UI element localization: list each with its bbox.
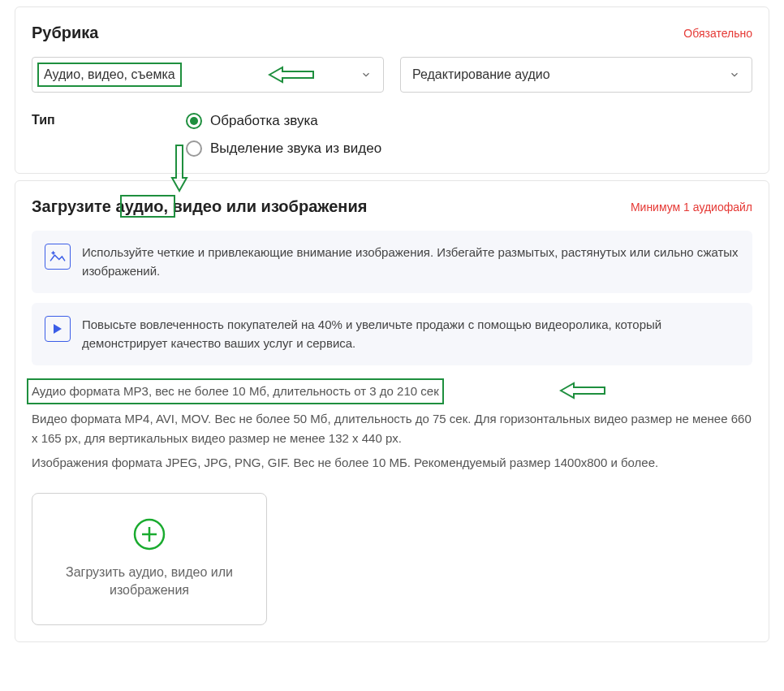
spec-video: Видео формата MP4, AVI, MOV. Вес не боле…	[32, 409, 752, 448]
rubric-header: Рубрика Обязательно	[32, 24, 752, 42]
radio-label: Выделение звука из видео	[210, 140, 381, 157]
subcategory-dropdown[interactable]: Редактирование аудио	[400, 57, 752, 93]
min-files-badge: Минимум 1 аудиофайл	[631, 201, 752, 214]
upload-title: Загрузите аудио, видео или изображения	[32, 197, 367, 216]
arrow-left-icon	[268, 64, 317, 85]
spec-audio: Аудио формата MP3, вес не более 10 Мб, д…	[27, 378, 444, 404]
chevron-down-icon	[360, 69, 372, 80]
info-box-image: Используйте четкие и привлекающие вниман…	[32, 231, 752, 293]
type-label: Тип	[32, 113, 170, 127]
arrow-left-icon	[559, 380, 608, 401]
radio-option-1[interactable]: Обработка звука	[186, 113, 381, 129]
spec-image: Изображения формата JPEG, JPG, PNG, GIF.…	[32, 453, 752, 473]
upload-button[interactable]: Загрузить аудио, видео или изображения	[32, 493, 267, 625]
arrow-down-icon	[169, 144, 190, 192]
upload-title-wrap: Загрузите аудио, видео или изображения	[32, 197, 367, 216]
upload-header: Загрузите аудио, видео или изображения М…	[32, 197, 752, 216]
svg-marker-0	[54, 324, 62, 334]
rubric-title: Рубрика	[32, 24, 98, 42]
required-badge: Обязательно	[683, 27, 752, 40]
video-play-icon	[45, 316, 71, 342]
upload-card: Загрузите аудио, видео или изображения М…	[15, 180, 769, 642]
radio-label: Обработка звука	[210, 113, 318, 129]
dropdown-row: Аудио, видео, съемка Аудио, видео, съемк…	[32, 57, 752, 93]
radio-option-2[interactable]: Выделение звука из видео	[186, 140, 381, 157]
radio-group: Обработка звука Выделение звука из видео	[186, 113, 381, 157]
plus-icon	[133, 518, 166, 551]
info-text-image: Используйте четкие и привлекающие вниман…	[82, 244, 739, 280]
info-box-video: Повысьте вовлеченность покупателей на 40…	[32, 303, 752, 365]
subcategory-value: Редактирование аудио	[412, 67, 550, 82]
specs-block: Аудио формата MP3, вес не более 10 Мб, д…	[32, 378, 752, 473]
type-row: Тип Обработка звука Выделение звука из в…	[32, 113, 752, 157]
info-text-video: Повысьте вовлеченность покупателей на 40…	[82, 316, 739, 352]
image-icon	[45, 244, 71, 270]
upload-button-label: Загрузить аудио, видео или изображения	[49, 564, 250, 600]
category-value-visible: Аудио, видео, съемка	[44, 67, 175, 82]
chevron-down-icon	[729, 69, 740, 80]
radio-icon	[186, 113, 202, 129]
rubric-card: Рубрика Обязательно Аудио, видео, съемка…	[15, 6, 769, 174]
category-dropdown[interactable]: Аудио, видео, съемка Аудио, видео, съемк…	[32, 57, 384, 93]
